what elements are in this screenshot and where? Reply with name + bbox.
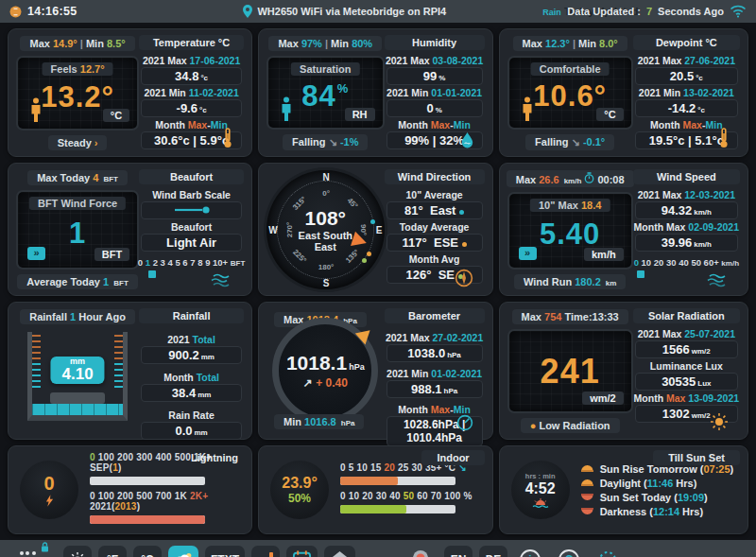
solar-display[interactable]: 241 wm/2: [507, 329, 633, 413]
wind-speed-value: 5.40: [540, 218, 600, 252]
compass-icon: [455, 269, 473, 287]
feels-like-chip: Feels 12.7°: [43, 62, 113, 76]
person-icon: [280, 96, 293, 122]
bar-chart-icon: [259, 552, 273, 557]
unit-chip: wm/2: [582, 392, 624, 405]
calendar-icon: [292, 549, 312, 557]
language-de-button[interactable]: DE: [479, 546, 507, 557]
stat-year-max: 2021 Max 27-06-2021 20.5°c: [633, 53, 740, 85]
lightning-count: 0: [43, 473, 54, 495]
wind-max-chip: Max 26.6 km/h 00:08: [507, 170, 634, 187]
stat-year-min: 2021 Min 13-02-2021 -14.2°c: [633, 85, 740, 117]
humidity-display[interactable]: Saturation 84% RH: [266, 56, 385, 130]
panel-title: Dewpoint °C: [633, 35, 740, 50]
wind-direction-panel: N E S W 0° 45° 90° 135° 180° 225° 270° 3…: [258, 163, 493, 296]
rising-icon: ↗: [303, 376, 313, 390]
baro-min-chip: Min 1016.8 hPa: [274, 414, 364, 429]
clock-icon: [9, 6, 22, 18]
gust-chip: 10" Max 18.4: [530, 199, 610, 212]
lightning-bolt-icon: [45, 495, 54, 507]
beaufort-average-chip[interactable]: Average Today 1 BFT: [17, 274, 137, 289]
station-name: WH2650 WiFi via Meteobridge on RPI4: [243, 5, 446, 18]
charts-button[interactable]: [251, 546, 280, 557]
dewpoint-trend-chip[interactable]: Falling ↘ -0.1°: [525, 134, 614, 150]
countdown-value: 4:52: [525, 480, 556, 497]
refresh-button[interactable]: [592, 546, 624, 557]
beaufort-marker: [148, 270, 156, 278]
stat-month-max: Month Max 02-09-2021 39.96km/h: [633, 219, 740, 252]
rain-gauge[interactable]: mm4.10: [27, 332, 128, 421]
beaufort-display[interactable]: BFT Wind Force 1 » BFT: [16, 190, 139, 270]
stat-rain-rate: Rain Rate 0.0mm: [139, 408, 244, 440]
unit-chip: °C: [103, 109, 129, 122]
temperature-display[interactable]: Feels 12.7° 13.2° °C: [16, 56, 139, 131]
wind-force-chip: BFT Wind Force: [29, 197, 126, 210]
home-button[interactable]: [324, 546, 355, 557]
barometer-panel: Max 1018.4 hPa 1018.1hPa ↗ + 0.40 Min 10…: [258, 302, 493, 440]
wind-speed-display[interactable]: 10" Max 18.4 5.40 » km/h: [507, 192, 633, 270]
calendar-button[interactable]: [286, 546, 318, 557]
info-button[interactable]: i: [514, 546, 546, 557]
celsius-button[interactable]: °C: [133, 546, 162, 557]
compass-center: 108° East South East: [266, 170, 385, 289]
lightning-panel: Lightning 0 0 100 200 300 400 500 1K+ SE…: [8, 445, 252, 534]
temperature-range-chip: Max 14.9° | Min 8.5°: [20, 36, 134, 51]
brightness-button[interactable]: [63, 546, 92, 557]
lightning-month-bar: [90, 477, 205, 485]
menu-grid-button[interactable]: [13, 546, 42, 557]
barometer-gauge[interactable]: 1018.1hPa ↗ + 0.40: [272, 318, 378, 424]
indoor-circle[interactable]: 23.9° 50%: [270, 461, 329, 519]
location-pin-icon: [243, 5, 252, 18]
stat-year-max: 2021 Max 27-02-2021 1038.0hPa: [385, 330, 485, 362]
stat-year-total: 2021 Total 900.2mm: [139, 332, 244, 364]
language-en-button[interactable]: EN: [444, 546, 472, 557]
wind-run-chip[interactable]: Wind Run 180.2 km: [514, 274, 626, 289]
brightness-icon: [69, 551, 86, 557]
panel-title: Lightning: [191, 452, 238, 463]
sunset-panel: Till Sun Set hrs : min 4:52 Sun Rise Tom…: [499, 445, 748, 534]
daylight-item: Daylight (11:46 Hrs): [581, 477, 736, 490]
gauge-icon: [456, 414, 473, 431]
stat-10min-average: 10" Average 81° East: [385, 187, 485, 219]
compass[interactable]: N E S W 0° 45° 90° 135° 180° 225° 270° 3…: [266, 170, 385, 289]
thermometer-icon: [719, 128, 729, 148]
panel-grid: Max 14.9° | Min 8.5° Feels 12.7° 13.2° °…: [0, 23, 756, 540]
copyright-button[interactable]: C: [553, 546, 585, 557]
forecast-text-button[interactable]: FTXT: [205, 546, 245, 557]
sunrise-icon: [581, 465, 593, 472]
wind-flag-icon: »: [519, 247, 537, 260]
lightning-circle[interactable]: 0: [20, 461, 78, 519]
dewpoint-display[interactable]: Comfortable 10.6° °C: [507, 56, 633, 130]
temperature-panel: Max 14.9° | Min 8.5° Feels 12.7° 13.2° °…: [8, 28, 252, 157]
rain-hour-value: mm4.10: [51, 357, 105, 384]
panel-title: Barometer: [385, 308, 485, 323]
sunset-today-item: Sun Set Today (19:09): [581, 491, 736, 504]
lightning-year-scale: 0 100 200 500 700 1K 2K+ 2021(2013): [90, 491, 240, 512]
webcam-button[interactable]: [404, 546, 438, 557]
panel-title: Indoor: [421, 450, 484, 465]
updated-label: Data Updated :: [567, 6, 641, 17]
panel-title: Wind Speed: [633, 169, 740, 184]
stat-year-max: 2021 Max 25-07-2021 1566wm/2: [633, 326, 740, 358]
stat-month-total: Month Total 38.4mm: [139, 370, 244, 402]
fahrenheit-button[interactable]: °F: [98, 546, 127, 557]
indoor-temp-bar: [340, 477, 455, 485]
updated-seconds: 7: [646, 6, 652, 17]
lock-icon: [41, 542, 49, 552]
weather-view-button[interactable]: [168, 546, 198, 557]
temperature-trend-chip[interactable]: Steady ›: [48, 135, 108, 150]
barb-scale-chip[interactable]: [141, 201, 241, 219]
humidity-trend-chip[interactable]: Falling ↘ -1%: [283, 134, 368, 150]
stat-year-min: 2021 Min 11-02-2021 -9.6°c: [139, 85, 244, 117]
wind-speed-panel: Max 26.6 km/h 00:08 10" Max 18.4 5.40 » …: [499, 163, 748, 296]
wind-speed-ticks: 0 10 20 30 40 50 60+ km/h: [634, 257, 739, 268]
unit-chip: km/h: [584, 248, 624, 261]
solar-max-chip: Max 754 Time:13:33: [512, 309, 628, 324]
water-drop-icon: [461, 132, 473, 148]
beaufort-value: 1: [69, 217, 86, 251]
barb-scale-label: Wind Barb Scale: [152, 189, 231, 200]
sunset-countdown-circle[interactable]: hrs : min 4:52: [511, 461, 570, 519]
stopwatch-icon: [584, 172, 594, 183]
panel-title: Till Sun Set: [653, 450, 740, 465]
solar-panel: Max 754 Time:13:33 241 wm/2 ● Low Radiat…: [499, 302, 748, 440]
